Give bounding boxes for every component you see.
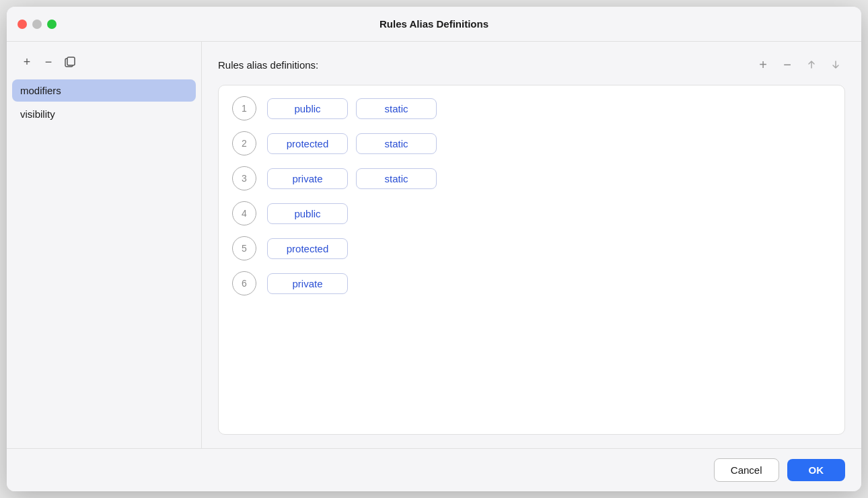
window-title: Rules Alias Definitions — [379, 18, 489, 30]
rule-tags: privatestatic — [267, 168, 437, 189]
rule-tag[interactable]: protected — [267, 238, 348, 259]
rule-row: 5protected — [232, 236, 831, 260]
rule-tag[interactable]: static — [356, 98, 437, 119]
svg-rect-1 — [67, 57, 75, 65]
rule-tag[interactable]: public — [267, 203, 348, 224]
rule-tags: protected — [267, 238, 348, 259]
sidebar-remove-button[interactable]: − — [39, 52, 58, 71]
close-button[interactable] — [17, 20, 27, 29]
sidebar-item-modifiers[interactable]: modifiers — [12, 79, 196, 102]
minimize-button[interactable] — [32, 20, 42, 29]
rule-tags: private — [267, 273, 348, 294]
rule-number: 3 — [232, 166, 256, 190]
ok-button[interactable]: OK — [787, 459, 846, 481]
rule-number: 6 — [232, 271, 256, 295]
sidebar-copy-button[interactable] — [61, 52, 79, 71]
rule-tag[interactable]: public — [267, 98, 348, 119]
panel-move-down-button[interactable] — [826, 55, 845, 74]
rule-tag[interactable]: private — [267, 273, 348, 294]
traffic-lights — [17, 20, 57, 29]
right-panel: Rules alias definitions: + − — [202, 42, 861, 448]
rule-tag[interactable]: static — [356, 133, 437, 154]
sidebar-toolbar: + − — [12, 50, 196, 79]
rule-row: 2protectedstatic — [232, 131, 831, 155]
rules-area: 1publicstatic2protectedstatic3privatesta… — [218, 85, 845, 435]
rule-tag[interactable]: static — [356, 168, 437, 189]
footer: Cancel OK — [7, 448, 861, 491]
panel-header: Rules alias definitions: + − — [218, 55, 845, 74]
rule-number: 1 — [232, 96, 256, 120]
main-content: + − modifiers visibility Rules alias — [7, 42, 861, 448]
rule-tag[interactable]: private — [267, 168, 348, 189]
rule-number: 2 — [232, 131, 256, 155]
panel-add-button[interactable]: + — [754, 55, 772, 74]
cancel-button[interactable]: Cancel — [714, 458, 779, 482]
panel-title: Rules alias definitions: — [218, 59, 318, 71]
rule-tags: publicstatic — [267, 98, 437, 119]
title-bar: Rules Alias Definitions — [7, 7, 861, 42]
rule-tag[interactable]: protected — [267, 133, 348, 154]
rule-tags: protectedstatic — [267, 133, 437, 154]
sidebar-add-button[interactable]: + — [17, 52, 36, 71]
panel-move-up-button[interactable] — [802, 55, 821, 74]
sidebar: + − modifiers visibility — [7, 42, 202, 448]
rule-number: 4 — [232, 201, 256, 225]
maximize-button[interactable] — [47, 20, 57, 29]
panel-remove-button[interactable]: − — [778, 55, 797, 74]
rule-row: 3privatestatic — [232, 166, 831, 190]
sidebar-item-visibility[interactable]: visibility — [12, 103, 196, 125]
rule-row: 1publicstatic — [232, 96, 831, 120]
panel-toolbar: + − — [754, 55, 845, 74]
rule-row: 6private — [232, 271, 831, 295]
rule-tags: public — [267, 203, 348, 224]
rule-row: 4public — [232, 201, 831, 225]
window: Rules Alias Definitions + − modifiers v — [7, 7, 861, 491]
rule-number: 5 — [232, 236, 256, 260]
